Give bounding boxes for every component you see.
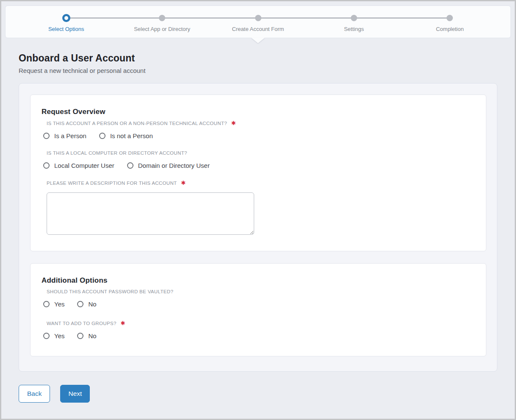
step-label: Select App or Directory — [134, 26, 190, 32]
step-label: Select Options — [48, 26, 84, 32]
radio-option-label: Is not a Person — [110, 132, 153, 139]
page-title: Onboard a User Account — [19, 53, 497, 64]
section-heading-additional-options: Additional Options — [42, 276, 475, 285]
section-heading-request-overview: Request Overview — [42, 108, 475, 116]
radio-option-label: Domain or Directory User — [138, 162, 210, 169]
radio-option-label: Is a Person — [54, 132, 86, 139]
step-circle-icon[interactable] — [447, 15, 453, 21]
question-label: WANT TO ADD TO GROUPS? — [47, 321, 117, 326]
required-asterisk-icon: ✱ — [181, 180, 186, 186]
step-label: Create Account Form — [232, 26, 284, 32]
question-account-description: PLEASE WRITE A DESCRIPTION FOR THIS ACCO… — [42, 180, 475, 235]
question-label: IS THIS A LOCAL COMPUTER OR DIRECTORY AC… — [47, 150, 187, 156]
radio-option-is-not-a-person[interactable]: Is not a Person — [99, 132, 153, 139]
radio-option-local-computer-user[interactable]: Local Computer User — [43, 162, 114, 169]
radio-icon[interactable] — [77, 301, 83, 307]
radio-option-groups-no[interactable]: No — [77, 332, 96, 339]
radio-icon[interactable] — [99, 133, 105, 139]
next-button[interactable]: Next — [60, 385, 90, 403]
radio-icon[interactable] — [77, 333, 83, 339]
radio-option-label: Yes — [54, 300, 64, 308]
stepper-caret-icon — [251, 38, 265, 43]
radio-option-vaulted-no[interactable]: No — [77, 300, 96, 308]
wizard-actions: Back Next — [19, 385, 497, 403]
question-local-or-directory: IS THIS A LOCAL COMPUTER OR DIRECTORY AC… — [42, 150, 475, 169]
question-label: IS THIS ACCOUNT A PERSON OR A NON-PERSON… — [47, 121, 227, 126]
radio-option-label: Local Computer User — [54, 162, 114, 169]
question-add-to-groups: WANT TO ADD TO GROUPS? ✱ Yes No — [42, 320, 475, 339]
additional-options-card: Additional Options SHOULD THIS ACCOUNT P… — [30, 263, 486, 356]
question-password-vaulted: SHOULD THIS ACCOUNT PASSWORD BE VAULTED?… — [42, 289, 475, 308]
radio-icon[interactable] — [43, 162, 50, 169]
stepper-step-settings[interactable]: Settings — [306, 6, 402, 38]
stepper-step-completion[interactable]: Completion — [402, 6, 498, 38]
radio-option-label: No — [88, 300, 96, 308]
step-active-circle-icon[interactable] — [62, 14, 70, 22]
step-circle-icon[interactable] — [255, 15, 261, 21]
step-circle-icon[interactable] — [159, 15, 165, 21]
request-overview-card: Request Overview IS THIS ACCOUNT A PERSO… — [30, 95, 486, 251]
back-button[interactable]: Back — [19, 385, 50, 403]
radio-option-domain-or-directory-user[interactable]: Domain or Directory User — [127, 162, 210, 169]
required-asterisk-icon: ✱ — [231, 120, 236, 126]
page-subtitle: Request a new technical or personal acco… — [19, 67, 497, 74]
stepper-step-select-options[interactable]: Select Options — [18, 6, 114, 38]
form-container: Request Overview IS THIS ACCOUNT A PERSO… — [19, 83, 497, 372]
radio-option-vaulted-yes[interactable]: Yes — [43, 300, 64, 308]
stepper-step-create-account-form[interactable]: Create Account Form — [210, 6, 306, 38]
radio-option-label: Yes — [54, 332, 64, 339]
required-asterisk-icon: ✱ — [121, 320, 125, 326]
question-person-or-technical: IS THIS ACCOUNT A PERSON OR A NON-PERSON… — [42, 120, 475, 139]
radio-icon[interactable] — [43, 333, 50, 339]
step-label: Settings — [344, 26, 364, 32]
page-header: Onboard a User Account Request a new tec… — [19, 53, 497, 74]
radio-icon[interactable] — [43, 133, 50, 139]
description-textarea[interactable] — [47, 192, 254, 235]
onboard-user-account-page: { "page": { "title": "Onboard a User Acc… — [0, 0, 516, 420]
question-label: SHOULD THIS ACCOUNT PASSWORD BE VAULTED? — [47, 289, 173, 294]
radio-option-groups-yes[interactable]: Yes — [43, 332, 64, 339]
step-label: Completion — [436, 26, 464, 32]
question-label: PLEASE WRITE A DESCRIPTION FOR THIS ACCO… — [47, 181, 177, 186]
wizard-stepper: Select Options Select App or Directory C… — [5, 6, 511, 38]
stepper-step-select-app-or-directory[interactable]: Select App or Directory — [114, 6, 210, 38]
step-circle-icon[interactable] — [351, 15, 357, 21]
radio-option-label: No — [88, 332, 96, 339]
radio-icon[interactable] — [43, 301, 50, 307]
radio-option-is-a-person[interactable]: Is a Person — [43, 132, 86, 139]
radio-icon[interactable] — [127, 162, 133, 169]
